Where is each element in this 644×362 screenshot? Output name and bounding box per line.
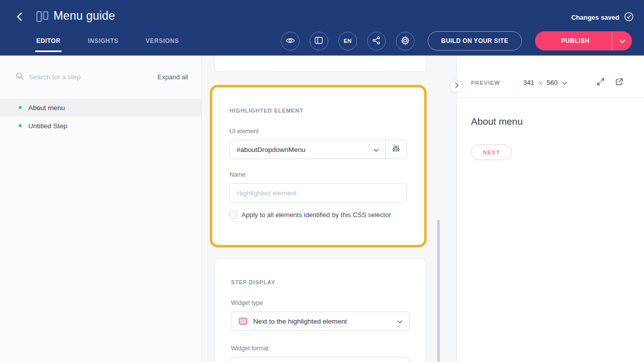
chevron-down-icon (374, 146, 379, 153)
guide-logo-icon (35, 10, 49, 24)
fullscreen-button[interactable] (596, 77, 605, 88)
preview-step-title: About menu (471, 116, 630, 127)
steps-sidebar: Expand all About menu Untitled Step (0, 56, 202, 362)
preview-size-select[interactable]: 341 x 560 (523, 79, 567, 86)
section-title: HIGHLIGHTED ELEMENT (229, 108, 407, 114)
sliders-icon (392, 144, 400, 154)
topbar: Menu guide Changes saved EDITOR INSIGHTS… (0, 0, 644, 56)
search-input[interactable] (29, 73, 152, 81)
step-item-about-menu[interactable]: About menu (0, 98, 201, 117)
preview-body: About menu NEXT (457, 98, 644, 178)
back-button[interactable] (13, 11, 26, 24)
chevron-down-icon (397, 318, 402, 325)
tab-editor[interactable]: EDITOR (35, 32, 62, 52)
publish-split-button: PUBLISH (535, 31, 632, 50)
step-search-row: Expand all (0, 56, 201, 82)
preview-header: PREVIEW 341 x 560 (457, 56, 644, 98)
steps-list: About menu Untitled Step (0, 98, 201, 135)
layout-button[interactable] (310, 32, 328, 50)
widget-type-value: Next to the highlighted element (253, 318, 347, 325)
topbar-actions: EN BUILD ON YOUR SITE PUBLISH (281, 31, 632, 50)
build-on-site-button[interactable]: BUILD ON YOUR SITE (428, 31, 522, 50)
chevron-down-icon (619, 37, 625, 45)
widget-format-label: Widget format (231, 345, 409, 352)
step-item-untitled-step[interactable]: Untitled Step (0, 117, 201, 135)
apply-all-checkbox[interactable] (229, 211, 237, 219)
preview-panel: PREVIEW 341 x 560 (456, 56, 644, 362)
preview-height-value: 560 (547, 79, 558, 86)
changes-saved: Changes saved (571, 12, 634, 23)
page-title: Menu guide (53, 9, 115, 23)
expand-all-link[interactable]: Expand all (157, 73, 188, 81)
chevron-left-icon (14, 17, 26, 24)
language-button[interactable]: EN (338, 32, 357, 50)
share-button[interactable] (367, 32, 386, 50)
tab-versions[interactable]: VERSIONS (145, 32, 180, 52)
external-link-icon (615, 77, 624, 88)
step-status-dot (19, 124, 22, 127)
ui-element-select-group: #aboutDropdownMenu (229, 140, 407, 159)
size-separator: x (539, 79, 542, 86)
widget-type-select[interactable]: Next to the highlighted element (231, 312, 409, 331)
apply-all-checkbox-row[interactable]: Apply to all elements identified by this… (229, 211, 407, 219)
check-circle-icon (624, 12, 634, 23)
publish-dropdown-button[interactable] (612, 31, 632, 50)
topbar-tabs: EDITOR INSIGHTS VERSIONS (35, 32, 180, 52)
search-icon (15, 72, 24, 82)
expand-icon (596, 77, 605, 88)
highlighted-element-card: HIGHLIGHTED ELEMENT UI element #aboutDro… (210, 85, 427, 247)
previous-section-card (214, 56, 426, 72)
editor-scrollbar[interactable] (437, 220, 440, 362)
step-label: Untitled Step (28, 122, 67, 130)
settings-button[interactable] (396, 32, 415, 50)
step-label: About menu (28, 104, 65, 112)
open-external-button[interactable] (615, 77, 624, 88)
widget-type-label: Widget type (231, 299, 409, 306)
tab-insights[interactable]: INSIGHTS (87, 32, 120, 52)
editor-main: HIGHLIGHTED ELEMENT UI element #aboutDro… (202, 56, 456, 362)
eye-icon (285, 36, 295, 46)
publish-button[interactable]: PUBLISH (535, 31, 612, 50)
ui-element-label: UI element (229, 128, 407, 135)
step-display-card: STEP DISPLAY Widget type Next to the hig… (214, 258, 426, 362)
preview-title: PREVIEW (471, 80, 500, 86)
preview-eye-button[interactable] (281, 32, 300, 50)
gear-icon (400, 36, 410, 46)
preview-width-value: 341 (523, 79, 535, 86)
name-label: Name (229, 171, 407, 178)
chevron-right-icon (455, 82, 459, 90)
widget-format-select[interactable] (231, 357, 409, 362)
ui-element-value: #aboutDropdownMenu (237, 146, 306, 153)
chevron-down-icon (562, 79, 567, 86)
collapse-panel-button[interactable] (450, 79, 463, 93)
element-name-input[interactable] (229, 183, 407, 202)
section-title: STEP DISPLAY (231, 279, 409, 285)
selector-settings-button[interactable] (386, 140, 407, 159)
changes-saved-label: Changes saved (571, 14, 619, 21)
preview-header-icons (596, 77, 624, 88)
preview-next-button[interactable]: NEXT (471, 144, 512, 160)
layout-icon (314, 36, 323, 46)
ui-element-select[interactable]: #aboutDropdownMenu (229, 140, 386, 159)
step-status-dot (19, 106, 22, 109)
apply-all-checkbox-label: Apply to all elements identified by this… (242, 211, 391, 219)
tooltip-widget-icon (238, 317, 248, 326)
share-icon (372, 36, 381, 46)
